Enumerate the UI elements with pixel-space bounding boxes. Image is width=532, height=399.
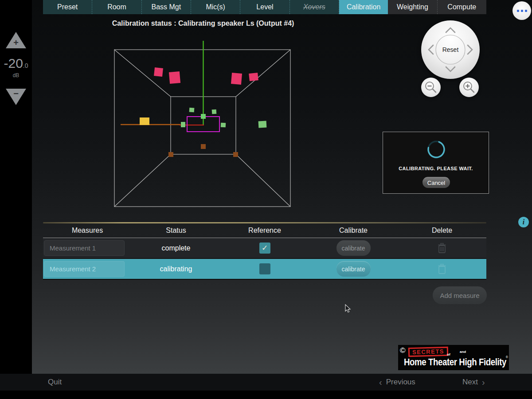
copyright-icon: © (400, 346, 406, 355)
previous-label: Previous (386, 378, 415, 387)
logo-of: of (447, 352, 450, 356)
col-header-measures: Measures (43, 227, 132, 235)
info-icon[interactable]: i (518, 217, 529, 227)
minus-icon: − (6, 89, 26, 99)
tab-label: Calibration (347, 3, 380, 11)
tab-compute[interactable]: Compute (438, 0, 486, 14)
main-panel: Preset Room Bass Mgt Mic(s) Level Xovers… (32, 0, 532, 374)
next-label: Next (462, 378, 478, 387)
tab-label: Compute (447, 3, 476, 11)
tab-label: Room (107, 3, 126, 11)
col-header-calibrate: Calibrate (309, 227, 398, 235)
logo-stamp: SECRETS (408, 347, 448, 357)
tab-label: Xovers (303, 3, 325, 11)
magnifier-plus-icon (459, 78, 479, 97)
tab-preset[interactable]: Preset (43, 0, 92, 14)
cancel-button[interactable]: Cancel (422, 177, 450, 188)
logo-title: Home Theater High Fidelity (404, 356, 506, 368)
trash-icon[interactable] (438, 243, 446, 254)
volume-up-button[interactable]: + (6, 32, 26, 48)
tab-calibration[interactable]: Calibration (339, 0, 388, 14)
status-value: complete (162, 244, 191, 252)
table-header-row: Measures Status Reference Calibrate Dele… (43, 223, 486, 238)
volume-value: -20.0 (0, 56, 32, 71)
tab-bass-mgt[interactable]: Bass Mgt (142, 0, 191, 14)
volume-db-int: -20 (4, 56, 23, 70)
magnifier-minus-icon (421, 78, 441, 97)
plus-icon: + (6, 38, 26, 48)
chevron-right-icon: › (482, 378, 485, 387)
tab-room[interactable]: Room (92, 0, 141, 14)
spinner-icon (426, 139, 446, 160)
volume-panel: + -20.0 dB − (0, 0, 32, 374)
zoom-out-button[interactable] (421, 78, 441, 97)
measures-table: Measures Status Reference Calibrate Dele… (43, 222, 486, 280)
chevron-left-icon: ‹ (379, 378, 382, 387)
tab-label: Mic(s) (206, 3, 225, 11)
volume-db-decimal: .0 (23, 62, 28, 69)
tab-label: Preset (57, 3, 78, 11)
registered-mark: ® (506, 356, 508, 359)
dialog-message: CALIBRATING. PLEASE WAIT. (383, 166, 489, 171)
col-header-reference: Reference (220, 227, 309, 235)
next-button[interactable]: Next › (462, 374, 485, 391)
calibrating-dialog: CALIBRATING. PLEASE WAIT. Cancel (383, 132, 489, 194)
measurement-name-field[interactable]: Measurement 2 (44, 261, 125, 277)
reset-button[interactable]: Reset (421, 20, 480, 79)
screen: + -20.0 dB − Preset Room Bass Mgt Mic(s)… (0, 0, 532, 399)
tab-level[interactable]: Level (240, 0, 289, 14)
add-measure-button[interactable]: Add measure (433, 286, 487, 304)
room-wireframe (114, 50, 290, 207)
reference-checkbox[interactable] (259, 263, 270, 274)
footer-bar: Quit ‹ Previous Next › (0, 374, 532, 391)
previous-button[interactable]: ‹ Previous (379, 374, 415, 391)
calibration-status-title: Calibration status : Calibrating speaker… (76, 20, 330, 27)
table-row-selected[interactable]: Measurement 2 calibrating calibrate (43, 259, 486, 280)
trash-icon[interactable] (438, 264, 446, 274)
calibrate-button[interactable]: calibrate (336, 240, 371, 256)
dot-icon (517, 10, 519, 12)
tab-weighting[interactable]: Weighting (388, 0, 437, 14)
more-options-button[interactable] (512, 1, 531, 20)
status-value: calibrating (160, 265, 192, 273)
tab-label: Bass Mgt (151, 3, 181, 11)
mouse-cursor (344, 304, 352, 313)
tab-label: Level (256, 3, 273, 11)
secrets-logo: © SECRETS of and Home Theater High Fidel… (398, 345, 509, 370)
volume-down-button[interactable]: − (6, 89, 26, 105)
volume-unit-label: dB (0, 72, 32, 78)
col-header-status: Status (132, 227, 220, 235)
quit-button[interactable]: Quit (48, 374, 62, 391)
measurement-name-field[interactable]: Measurement 1 (44, 240, 125, 256)
dot-icon (521, 10, 523, 12)
tab-mics[interactable]: Mic(s) (191, 0, 240, 14)
col-header-delete: Delete (398, 227, 486, 235)
tab-bar: Preset Room Bass Mgt Mic(s) Level Xovers… (43, 0, 486, 14)
view-joystick[interactable]: Reset (421, 20, 480, 79)
calibrate-button[interactable]: calibrate (336, 261, 371, 277)
tab-xovers: Xovers (290, 0, 339, 14)
reference-checkbox[interactable]: ✓ (259, 243, 270, 254)
dot-icon (525, 10, 527, 12)
zoom-in-button[interactable] (459, 78, 479, 97)
room-3d-view[interactable] (113, 38, 295, 211)
table-row[interactable]: Measurement 1 complete ✓ calibrate (43, 238, 486, 259)
logo-and: and (460, 350, 466, 354)
tab-label: Weighting (397, 3, 428, 11)
